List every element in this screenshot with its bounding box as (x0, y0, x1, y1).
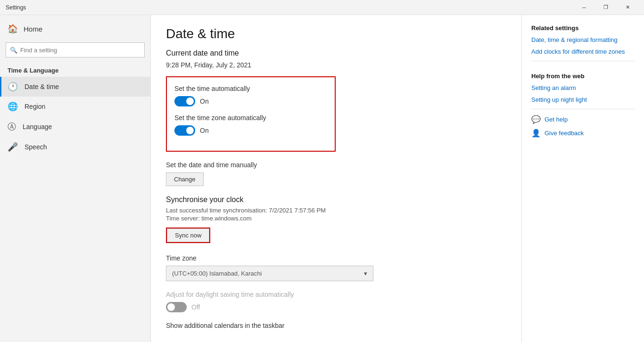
set-time-auto-label: Set the time automatically (174, 85, 327, 92)
close-button[interactable]: ✕ (617, 0, 638, 15)
sidebar-home[interactable]: 🏠 Home (0, 19, 150, 39)
give-feedback-label[interactable]: Give feedback (545, 130, 584, 137)
calendars-label: Show additional calendars in the taskbar (166, 322, 506, 329)
daylight-state: Off (191, 303, 200, 311)
divider-2 (531, 109, 635, 109)
sidebar-item-label: Region (25, 103, 45, 110)
set-timezone-auto-toggle[interactable] (174, 125, 195, 136)
speech-icon: 🎤 (8, 142, 18, 152)
get-help-icon: 💬 (531, 115, 541, 124)
sync-section: Synchronise your clock Last successful t… (166, 195, 506, 243)
daylight-label: Adjust for daylight saving time automati… (166, 291, 506, 298)
set-time-auto-row: Set the time automatically On (174, 85, 327, 106)
sync-now-button[interactable]: Sync now (167, 228, 209, 242)
manual-label: Set the date and time manually (166, 161, 506, 169)
set-time-auto-state: On (200, 98, 209, 105)
give-feedback-item[interactable]: 👤 Give feedback (531, 129, 635, 138)
daylight-section: Adjust for daylight saving time automati… (166, 291, 506, 312)
calendars-section: Show additional calendars in the taskbar (166, 322, 506, 329)
sync-title: Synchronise your clock (166, 195, 506, 204)
sidebar-item-date-time[interactable]: 🕐 Date & time (0, 77, 150, 97)
date-time-icon: 🕐 (8, 81, 18, 92)
titlebar-controls: ─ ❐ ✕ (573, 0, 638, 15)
sidebar-item-region[interactable]: 🌐 Region (0, 97, 150, 116)
help-link-night-light[interactable]: Setting up night light (531, 96, 635, 103)
page-title: Date & time (166, 26, 506, 41)
sync-btn-box: Sync now (166, 228, 210, 243)
related-link-formatting[interactable]: Date, time & regional formatting (531, 36, 635, 43)
timezone-section: Time zone (UTC+05:00) Islamabad, Karachi… (166, 254, 506, 281)
sidebar: 🏠 Home 🔍 Time & Language 🕐 Date & time 🌐… (0, 15, 151, 342)
toggle-thumb (186, 98, 194, 105)
toggle-thumb-3 (167, 303, 175, 311)
search-icon: 🔍 (10, 47, 17, 54)
set-timezone-auto-toggle-row: On (174, 125, 327, 136)
sync-info-1: Last successful time synchronisation: 7/… (166, 207, 506, 214)
set-time-auto-toggle[interactable] (174, 96, 195, 106)
sidebar-item-label: Date & time (25, 83, 59, 90)
region-icon: 🌐 (8, 101, 18, 112)
minimize-button[interactable]: ─ (573, 0, 595, 15)
titlebar-title: Settings (6, 4, 573, 11)
help-from-web-title: Help from the web (531, 73, 635, 80)
sidebar-section-title: Time & Language (0, 61, 150, 77)
sidebar-home-label: Home (24, 25, 42, 33)
home-icon: 🏠 (8, 24, 18, 34)
divider-1 (531, 61, 635, 61)
timezone-dropdown[interactable]: (UTC+05:00) Islamabad, Karachi ▾ (166, 266, 373, 281)
set-timezone-auto-state: On (200, 127, 209, 134)
timezone-label: Time zone (166, 254, 506, 262)
give-feedback-icon: 👤 (531, 129, 541, 138)
sidebar-item-language[interactable]: Ⓐ Language (0, 116, 150, 137)
search-box[interactable]: 🔍 (6, 42, 145, 57)
sidebar-item-label: Language (23, 123, 52, 130)
get-help-label[interactable]: Get help (545, 116, 568, 123)
auto-time-box: Set the time automatically On Set the ti… (166, 76, 336, 152)
right-panel: Related settings Date, time & regional f… (521, 15, 644, 342)
titlebar: Settings ─ ❐ ✕ (0, 0, 644, 15)
app-body: 🏠 Home 🔍 Time & Language 🕐 Date & time 🌐… (0, 15, 644, 342)
sync-info-2: Time server: time.windows.com (166, 215, 506, 222)
set-timezone-auto-row: Set the time zone automatically On (174, 114, 327, 136)
daylight-toggle[interactable] (166, 302, 187, 312)
maximize-button[interactable]: ❐ (595, 0, 617, 15)
related-link-clocks[interactable]: Add clocks for different time zones (531, 48, 635, 55)
language-icon: Ⓐ (8, 121, 16, 132)
related-settings-title: Related settings (531, 24, 635, 32)
get-help-item[interactable]: 💬 Get help (531, 115, 635, 124)
chevron-down-icon: ▾ (364, 270, 367, 277)
search-input[interactable] (20, 47, 140, 54)
daylight-toggle-row: Off (166, 302, 506, 312)
toggle-thumb-2 (186, 127, 194, 134)
help-link-alarm[interactable]: Setting an alarm (531, 84, 635, 91)
sidebar-item-label: Speech (25, 143, 47, 151)
set-timezone-auto-label: Set the time zone automatically (174, 114, 327, 122)
change-button[interactable]: Change (166, 172, 204, 186)
help-section: Help from the web Setting an alarm Setti… (531, 73, 635, 103)
main-content: Date & time Current date and time 9:28 P… (151, 15, 521, 342)
set-time-auto-toggle-row: On (174, 96, 327, 106)
current-date-time-label: Current date and time (166, 49, 506, 57)
manual-section: Set the date and time manually Change (166, 161, 506, 186)
current-time-value: 9:28 PM, Friday, July 2, 2021 (166, 61, 506, 69)
timezone-value: (UTC+05:00) Islamabad, Karachi (172, 270, 262, 277)
sidebar-item-speech[interactable]: 🎤 Speech (0, 137, 150, 157)
